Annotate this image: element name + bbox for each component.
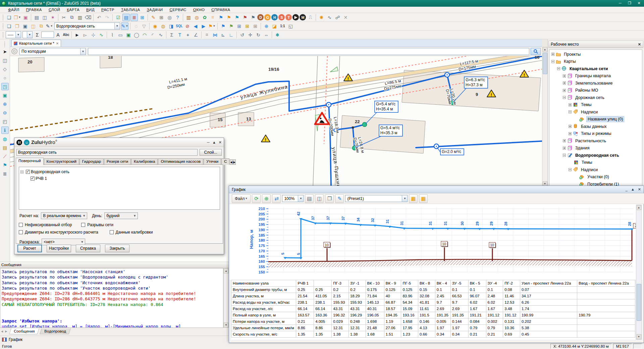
table-cell[interactable]: 1.97 xyxy=(435,325,450,331)
new-layer[interactable]: ⊕ xyxy=(263,22,270,30)
dialog-tab-утечки[interactable]: Утечки xyxy=(204,158,221,165)
print-preview[interactable]: ◫ xyxy=(41,14,48,21)
scale-1-1[interactable]: 1:1 xyxy=(279,22,286,30)
table-cell[interactable]: 34.17 xyxy=(520,293,577,299)
map-open[interactable]: ❐ xyxy=(13,22,21,30)
tree-item-землепользование[interactable]: Землепользование xyxy=(549,80,642,87)
table-cell[interactable]: 8.86 xyxy=(314,325,332,331)
add-node[interactable]: + xyxy=(184,31,192,39)
table-cell[interactable]: 43.31 xyxy=(348,306,366,312)
table-column-header[interactable] xyxy=(314,280,332,287)
open-document[interactable]: ❐▼ xyxy=(13,14,21,21)
table-cell[interactable] xyxy=(577,306,635,312)
table-cell[interactable]: 18.57 xyxy=(384,306,401,312)
graph-scrollbar[interactable]: ▲ ▼ xyxy=(636,205,642,340)
close-button[interactable]: Закрыть xyxy=(105,245,129,252)
table-cell[interactable]: 41.81 xyxy=(418,299,435,306)
search-button[interactable] xyxy=(531,48,541,55)
table-cell[interactable]: 191.5 xyxy=(418,312,435,318)
map-tab-close-icon[interactable]: ✕ xyxy=(56,42,59,45)
tree-item-дорожная-сеть[interactable]: Дорожная сеть xyxy=(549,94,642,101)
coloring-combo[interactable]: <нет>▼ xyxy=(42,239,85,245)
messages-tab-сообщения[interactable]: Сообщения xyxy=(9,329,40,334)
table-cell[interactable]: 0.002 xyxy=(486,318,503,325)
scroll-down-icon[interactable]: ▼ xyxy=(224,322,228,328)
angle-tool[interactable]: ∠ xyxy=(192,31,200,39)
table-cell[interactable]: 66.14 xyxy=(296,306,314,312)
unfixed-withdrawal-checkbox[interactable] xyxy=(19,223,23,227)
dialog-tab-гидроудар[interactable]: Гидроудар xyxy=(79,158,104,165)
cut[interactable]: ✂ xyxy=(60,14,67,21)
rchv-checkbox[interactable] xyxy=(31,177,35,181)
tab-scroll-left-icon[interactable]: ◀ xyxy=(0,330,4,333)
dialog-tab-с[interactable]: С xyxy=(221,158,229,165)
scroll-up-icon[interactable]: ▲ xyxy=(637,205,641,210)
table-cell[interactable]: 0.202 xyxy=(520,318,577,325)
table-cell[interactable]: 66.87 xyxy=(384,299,401,306)
select-cursor-white[interactable]: ▻ xyxy=(82,31,89,39)
pan-tool[interactable]: ◳ xyxy=(1,83,9,90)
table-cell[interactable]: 11.61 xyxy=(418,306,435,312)
menu-справка[interactable]: СПРАВКА xyxy=(208,7,233,12)
tree-item-надписи[interactable]: Надписи xyxy=(549,166,642,173)
clear-selection[interactable]: ✕ xyxy=(342,14,349,21)
chart-area[interactable]: 150155160165170175180185190195200205210Н… xyxy=(229,204,643,280)
step-chart[interactable]: ⎍ xyxy=(307,14,314,21)
table-cell[interactable]: 96.07 xyxy=(468,293,486,299)
legend-tool[interactable]: ≣ xyxy=(1,170,9,178)
zoom-in-tool[interactable]: ⊕ xyxy=(1,100,9,108)
table-cell[interactable]: 12.31 xyxy=(332,325,349,331)
tree-item-базы-данных[interactable]: Базы данных xyxy=(549,123,642,130)
tree-item-названия-улиц-0-[interactable]: Названия улиц (0) xyxy=(549,116,642,123)
table-cell[interactable]: 6.02 xyxy=(486,299,503,306)
tree-item-границы-квартала[interactable]: Границы квартала xyxy=(549,72,642,80)
collapse-icon[interactable] xyxy=(569,168,572,171)
run-m-icon[interactable]: M xyxy=(300,14,306,20)
tree-item-надписи[interactable]: Надписи xyxy=(549,108,642,116)
table-column-header[interactable]: ВК - 9 xyxy=(384,280,401,287)
object-snap[interactable]: ⋈ xyxy=(211,31,219,39)
layer-flags-2[interactable]: ⚑ xyxy=(227,22,235,30)
table-column-header[interactable]: ПГ-2 xyxy=(503,280,520,287)
flag-layer-s[interactable]: ⚑ xyxy=(249,14,257,21)
table-column-header[interactable]: ЗУ -4 xyxy=(486,280,503,287)
table-cell[interactable]: 0.25 xyxy=(296,287,314,293)
menu-растр[interactable]: РАСТР xyxy=(98,7,118,12)
table-cell[interactable]: 18.29 xyxy=(348,293,366,299)
font[interactable]: A xyxy=(54,31,62,39)
table-cell[interactable]: 0.131 xyxy=(503,318,520,325)
draw-rect[interactable]: ▭ xyxy=(117,31,124,39)
collapse-icon[interactable] xyxy=(551,60,554,63)
table-cell[interactable]: 191.35 xyxy=(450,312,468,318)
preset-combo[interactable]: (Preset1)▼ xyxy=(345,195,408,202)
db-table-1[interactable]: ⊞ xyxy=(235,22,243,30)
table-cell[interactable]: 1.68 xyxy=(366,331,384,338)
table-cell[interactable]: 6.26 xyxy=(520,299,577,306)
table-cell[interactable]: 155.93 xyxy=(332,299,349,306)
table-cell[interactable]: 193.16 xyxy=(401,312,418,318)
table-cell[interactable]: 1.51 xyxy=(384,331,401,338)
table-cell[interactable]: 1.35 xyxy=(314,331,332,338)
table-column-header[interactable]: ЗУ -1 xyxy=(348,280,366,287)
panel-properties[interactable]: ▤ xyxy=(122,14,130,21)
draw-polyline[interactable]: ⌇ xyxy=(109,31,116,39)
tree-item-участки-0-[interactable]: Участки (0) xyxy=(549,173,642,181)
panel-messages[interactable]: ≣ xyxy=(130,14,138,21)
collapse-icon[interactable] xyxy=(557,67,560,70)
flag-layer-h[interactable]: ⚑ xyxy=(233,14,240,21)
scroll-down-icon[interactable]: ▼ xyxy=(637,334,641,339)
table-cell[interactable]: 0.248 xyxy=(348,318,366,325)
table-cell[interactable]: 163.57 xyxy=(296,312,314,318)
dialog-tab-резерв сети[interactable]: Резерв сети xyxy=(104,158,131,165)
tab-scroll-right-icon[interactable]: ▶ xyxy=(4,330,8,333)
restore-button[interactable]: ❐ xyxy=(625,1,634,6)
table-cell[interactable]: 71.84 xyxy=(366,293,384,299)
fitting-node[interactable] xyxy=(352,127,354,129)
tree-item-темы[interactable]: Темы xyxy=(549,159,642,166)
print-icon[interactable]: ▤ xyxy=(305,194,314,203)
flag-tool[interactable]: ⚑ xyxy=(1,161,9,169)
flow-callout[interactable]: G=2.0 м³/с xyxy=(437,147,464,155)
run-icon[interactable]: ▶ xyxy=(292,14,299,20)
delete[interactable]: ⌫ xyxy=(84,14,92,21)
net-source[interactable]: ✿ xyxy=(201,14,208,21)
